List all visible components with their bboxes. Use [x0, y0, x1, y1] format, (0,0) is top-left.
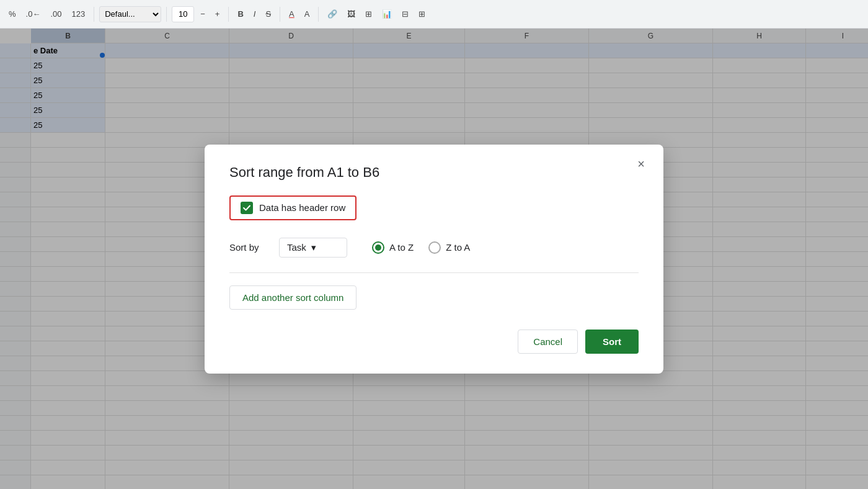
- radio-z-to-a-circle: [428, 241, 441, 254]
- checkmark-icon: [242, 204, 251, 212]
- radio-z-to-a[interactable]: Z to A: [428, 241, 470, 254]
- toolbar-bold[interactable]: B: [234, 7, 247, 21]
- modal-overlay: × Sort range from A1 to B6 Data has head…: [0, 29, 868, 489]
- toolbar-123[interactable]: 123: [68, 7, 89, 21]
- sort-column-dropdown[interactable]: Task ▾: [279, 238, 347, 258]
- radio-a-to-z-label: A to Z: [389, 242, 414, 253]
- toolbar-percent[interactable]: %: [5, 7, 20, 21]
- toolbar-italic[interactable]: I: [250, 7, 260, 21]
- sort-dialog: × Sort range from A1 to B6 Data has head…: [205, 145, 663, 374]
- close-button[interactable]: ×: [631, 155, 651, 174]
- toolbar-strikethrough[interactable]: S: [262, 7, 275, 21]
- header-row-section: Data has header row: [229, 195, 639, 220]
- header-row-checkbox[interactable]: [241, 202, 253, 214]
- font-size-input[interactable]: [172, 6, 194, 22]
- toolbar-table[interactable]: ⊞: [361, 7, 376, 21]
- toolbar-chart[interactable]: 📊: [378, 7, 396, 21]
- toolbar-font-color[interactable]: A: [285, 7, 298, 21]
- radio-a-to-z[interactable]: A to Z: [372, 241, 414, 254]
- header-row-label: Data has header row: [259, 202, 345, 213]
- sort-button[interactable]: Sort: [585, 330, 639, 354]
- header-row-checkbox-container[interactable]: Data has header row: [229, 195, 356, 220]
- spreadsheet: B C D E F G H I: [0, 29, 868, 489]
- radio-a-to-z-circle: [372, 241, 384, 254]
- sort-dropdown-arrow: ▾: [311, 242, 316, 253]
- toolbar-filter[interactable]: ⊟: [398, 7, 412, 21]
- toolbar-divider-1: [94, 7, 94, 22]
- sort-order-radio-group: A to Z Z to A: [372, 241, 470, 254]
- add-sort-column-button[interactable]: Add another sort column: [229, 285, 356, 310]
- toolbar: % .0← .00 123 Defaul... − + B I S A A 🔗 …: [0, 0, 868, 29]
- dialog-title: Sort range from A1 to B6: [229, 164, 639, 181]
- toolbar-minus[interactable]: −: [197, 7, 209, 21]
- sort-by-label: Sort by: [229, 242, 267, 253]
- toolbar-dec-right[interactable]: .00: [46, 7, 65, 21]
- cancel-button[interactable]: Cancel: [518, 330, 578, 354]
- toolbar-plus[interactable]: +: [211, 7, 224, 21]
- sort-by-row: Sort by Task ▾ A to Z Z to A: [229, 238, 639, 258]
- sort-section-divider: [229, 272, 639, 273]
- toolbar-image[interactable]: 🖼: [343, 7, 359, 21]
- toolbar-divider-2: [166, 7, 167, 22]
- toolbar-highlight-color[interactable]: A: [301, 7, 314, 21]
- toolbar-more[interactable]: ⊞: [415, 7, 429, 21]
- radio-z-to-a-label: Z to A: [446, 242, 470, 253]
- toolbar-dec-left[interactable]: .0←: [22, 7, 45, 21]
- sort-column-value: Task: [287, 242, 306, 253]
- toolbar-divider-4: [280, 7, 280, 22]
- toolbar-divider-5: [318, 7, 319, 22]
- dialog-actions: Cancel Sort: [229, 330, 639, 354]
- font-select[interactable]: Defaul...: [99, 6, 161, 22]
- toolbar-divider-3: [228, 7, 229, 22]
- toolbar-link[interactable]: 🔗: [324, 7, 341, 21]
- close-icon: ×: [637, 157, 645, 171]
